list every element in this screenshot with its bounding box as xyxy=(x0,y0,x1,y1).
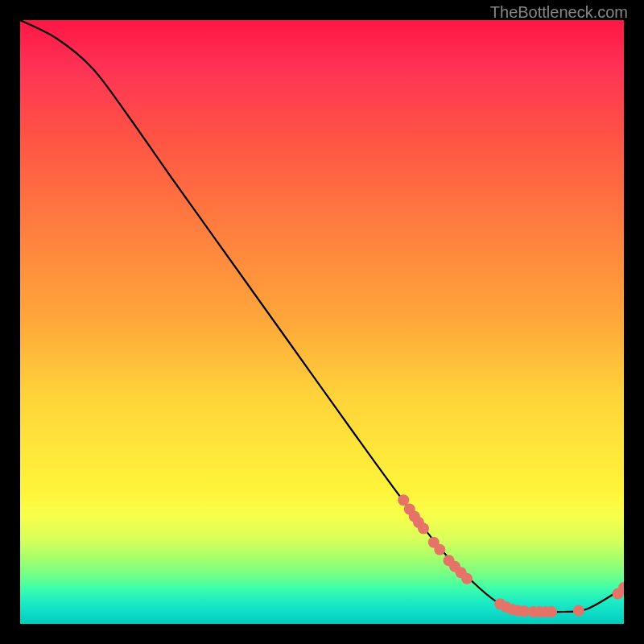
watermark-text: TheBottleneck.com xyxy=(490,3,628,22)
data-marker xyxy=(546,606,557,617)
chart-svg xyxy=(20,20,624,624)
data-markers-group xyxy=(398,494,624,617)
chart-plot-area xyxy=(20,20,624,624)
data-marker xyxy=(434,544,445,555)
bottleneck-curve-line xyxy=(20,20,624,613)
data-marker xyxy=(461,573,473,584)
data-marker xyxy=(573,605,584,617)
data-marker xyxy=(418,523,429,535)
